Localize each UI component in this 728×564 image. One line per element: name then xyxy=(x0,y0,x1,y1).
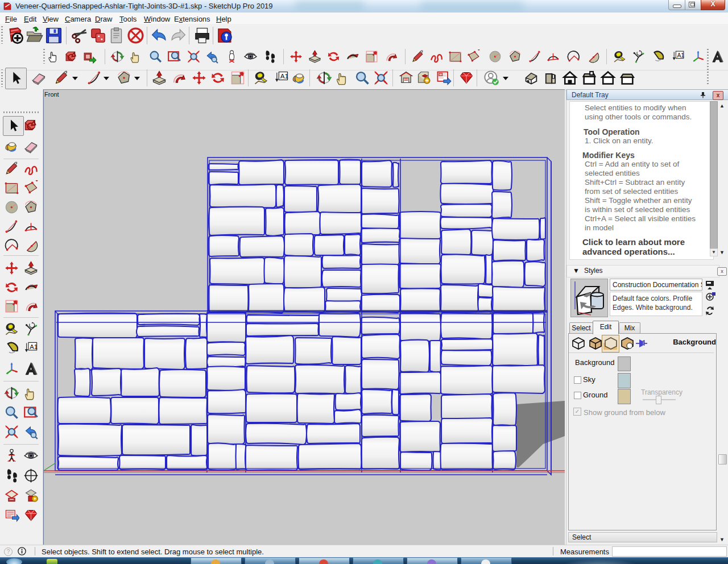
svg-text:A1: A1 xyxy=(677,52,684,59)
svg-text:A1: A1 xyxy=(280,72,288,80)
svg-text:A1: A1 xyxy=(30,343,38,350)
